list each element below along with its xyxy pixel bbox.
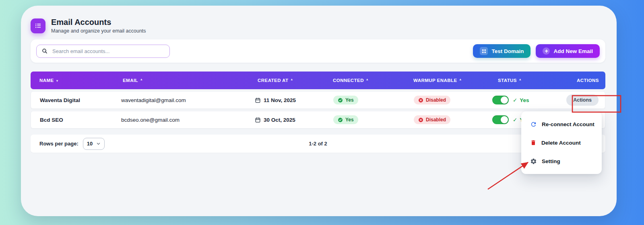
page-header: Email Accounts Manage and organize your … [31,18,605,34]
search-box[interactable] [36,45,170,58]
warmup-cell: Disabled [405,115,487,124]
check-circle-icon [338,98,343,103]
check-circle-icon [338,117,343,123]
sort-asc-icon: ▴ [460,77,462,81]
warmup-cell: Disabled [405,96,487,104]
add-new-email-button[interactable]: + Add New Email [536,44,600,58]
created-at-value: 30 Oct, 2025 [264,117,295,123]
sort-asc-icon: ▴ [291,77,293,81]
chevron-down-icon [96,141,101,146]
search-icon [41,48,48,54]
menu-item-delete-account[interactable]: Delete Account [521,133,602,152]
sort-asc-icon: ▴ [519,77,521,81]
column-header-warmup-enable[interactable]: WARMUP ENABLE ▴ [405,78,487,83]
status-toggle[interactable] [492,96,509,104]
toolbar: Test Domain + Add New Email [31,39,605,63]
check-icon: ✓ [513,117,517,123]
column-header-connected[interactable]: CONNECTED ▴ [326,78,405,83]
refresh-icon [530,121,537,128]
list-icon [31,18,45,33]
test-domain-button[interactable]: Test Domain [473,44,530,58]
x-circle-icon [418,117,423,123]
menu-item-setting[interactable]: Setting [521,152,602,170]
column-header-created-at[interactable]: CREATED AT ▴ [250,78,326,83]
add-new-email-label: Add New Email [553,48,593,54]
email-accounts-page: { "header": { "title": "Email Accounts",… [0,0,644,225]
account-name: Bcd SEO [31,117,117,123]
sort-desc-icon: ▾ [56,79,58,83]
email-accounts-card: Email Accounts Manage and organize your … [21,6,617,216]
plus-icon: + [543,47,550,55]
created-at-cell: 11 Nov, 2025 [250,97,326,103]
connected-badge: Yes [333,96,358,104]
created-at-value: 11 Nov, 2025 [264,97,296,103]
domain-grid-icon [480,47,488,55]
actions-dropdown-menu: Re-connect Account Delete Account Settin… [521,111,602,174]
toolbar-actions: Test Domain + Add New Email [473,44,600,58]
account-email: bcdseo.one@gmail.com [117,117,250,123]
column-header-email[interactable]: EMAIL ▴ [117,78,250,83]
column-header-actions: ACTIONS [561,78,605,83]
menu-item-label: Setting [542,158,560,164]
calendar-icon [255,97,261,103]
created-at-cell: 30 Oct, 2025 [250,117,326,123]
disabled-badge: Disabled [414,96,450,104]
column-label: ACTIONS [577,78,599,83]
page-subtitle: Manage and organize your email accounts [51,28,146,34]
status-label: ✓ Yes [513,97,529,103]
menu-item-reconnect-account[interactable]: Re-connect Account [521,115,602,133]
column-label: CONNECTED [333,78,364,83]
actions-cell: Actions [562,94,605,106]
connected-cell: Yes [326,96,405,104]
actions-button[interactable]: Actions [566,94,599,106]
table-header-row: NAME ▾ EMAIL ▴ CREATED AT ▴ CONNECTED ▴ … [31,72,605,89]
rows-per-page-value: 10 [87,141,93,147]
column-label: NAME [39,78,54,83]
connected-cell: Yes [326,115,405,124]
page-title: Email Accounts [51,18,146,27]
disabled-badge: Disabled [414,115,450,124]
table-row: Waventa Digital waventadigital@gmail.com… [31,91,605,109]
check-icon: ✓ [513,97,517,103]
calendar-icon [255,117,261,123]
gear-icon [530,158,537,165]
search-input[interactable] [52,48,165,55]
sort-asc-icon: ▴ [140,77,142,81]
pagination-range: 1-2 of 2 [309,141,327,147]
column-header-name[interactable]: NAME ▾ [31,78,117,83]
test-domain-label: Test Domain [491,48,524,54]
menu-item-label: Re-connect Account [542,121,594,127]
status-toggle[interactable] [492,115,509,124]
rows-per-page-label: Rows per page: [39,141,78,147]
column-label: STATUS [498,78,517,83]
column-label: EMAIL [123,78,138,83]
x-circle-icon [418,98,423,103]
menu-item-label: Delete Account [541,140,581,146]
status-cell: ✓ Yes [487,96,562,104]
connected-badge: Yes [333,115,358,124]
column-header-status[interactable]: STATUS ▴ [487,78,561,83]
rows-per-page-select[interactable]: 10 [83,138,105,150]
pagination-bar: Rows per page: 10 1-2 of 2 [31,135,605,153]
trash-icon [530,139,537,146]
sort-asc-icon: ▴ [366,77,368,81]
account-name: Waventa Digital [31,97,117,103]
table-row: Bcd SEO bcdseo.one@gmail.com 30 Oct, 202… [31,111,605,129]
column-label: CREATED AT [258,78,288,83]
column-label: WARMUP ENABLE [413,78,457,83]
email-accounts-table: NAME ▾ EMAIL ▴ CREATED AT ▴ CONNECTED ▴ … [31,72,605,129]
account-email: waventadigital@gmail.com [117,97,250,103]
